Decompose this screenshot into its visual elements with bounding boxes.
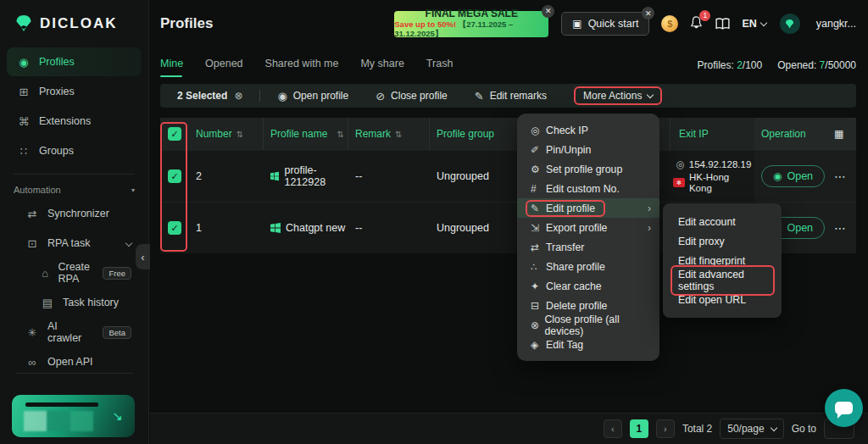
- open-profile-button[interactable]: ◉ Open profile: [277, 90, 348, 103]
- submenu-item-edit-account[interactable]: Edit account: [663, 212, 782, 231]
- sort-icon[interactable]: ⇅: [236, 130, 243, 139]
- chat-fab-button[interactable]: [825, 389, 863, 427]
- save-icon: ▣: [572, 18, 581, 30]
- header-profile-name[interactable]: Profile name⇅: [264, 118, 348, 150]
- sidebar-item-groups[interactable]: ∷ Groups: [7, 136, 142, 165]
- pagination-bar: ‹ 1 › Total 2 50/page Go to: [150, 413, 868, 444]
- sidebar-section-automation[interactable]: Automation ▾: [0, 180, 148, 198]
- quick-start-close-icon[interactable]: ✕: [642, 7, 654, 19]
- free-badge: Free: [103, 267, 131, 280]
- row-checkbox[interactable]: ✓: [168, 221, 181, 235]
- submenu-item-edit-advanced-settings[interactable]: Edit advanced settings: [663, 270, 782, 290]
- sidebar-item-label: Open API: [47, 356, 93, 368]
- sidebar-item-label: Extensions: [39, 115, 91, 127]
- header-remark[interactable]: Remark⇅: [348, 118, 430, 150]
- menu-item-pin-unpin[interactable]: ✐ Pin/Unpin: [517, 140, 659, 159]
- table-row[interactable]: ✓ 2 profile-1212928 -- Ungrouped ◎154.92…: [160, 150, 856, 202]
- sidebar-item-proxies[interactable]: ⊞ Proxies: [7, 77, 142, 106]
- avatar[interactable]: [780, 14, 800, 34]
- promo-redacted-blocks: [24, 411, 93, 431]
- menu-item-export-profile[interactable]: ⇲ Export profile ›: [517, 218, 659, 237]
- chevron-down-icon: [125, 240, 132, 247]
- tab-my-share[interactable]: My share: [360, 58, 403, 77]
- menu-item-transfer[interactable]: ⇄ Transfer: [517, 237, 659, 257]
- column-settings-icon[interactable]: ▦: [827, 118, 856, 150]
- header-exit-ip[interactable]: Exit IP: [670, 118, 754, 150]
- sort-icon[interactable]: ⇅: [337, 130, 343, 139]
- tag-icon: ◈: [531, 339, 546, 351]
- more-actions-button[interactable]: More Actions: [574, 86, 662, 105]
- menu-item-close-profile-all-devices[interactable]: ⊗ Close profile (all devices): [517, 315, 659, 335]
- cell-number: 1: [189, 203, 264, 253]
- tab-trash[interactable]: Trash: [426, 58, 453, 77]
- language-selector[interactable]: EN: [742, 18, 765, 30]
- transfer-icon: ⇄: [531, 241, 546, 253]
- tab-mine[interactable]: Mine: [160, 58, 183, 77]
- menu-item-edit-custom-no[interactable]: # Edit custom No.: [517, 179, 659, 198]
- document-icon: ▤: [41, 297, 54, 309]
- sync-icon: ⇄: [25, 208, 39, 220]
- avatar-mask-icon: [784, 19, 795, 30]
- header-operation: Operation: [754, 118, 827, 150]
- arrow-icon: ↘: [112, 408, 123, 424]
- row-more-icon[interactable]: ⋯: [834, 169, 847, 183]
- row-more-icon[interactable]: ⋯: [834, 221, 847, 235]
- username[interactable]: yangkr...: [816, 18, 856, 30]
- cell-remark: --: [348, 203, 430, 253]
- submenu-item-edit-proxy[interactable]: Edit proxy: [663, 231, 782, 251]
- menu-item-clear-cache[interactable]: ✦ Clear cache: [517, 276, 659, 296]
- sidebar-item-task-history[interactable]: ▤ Task history: [7, 288, 142, 317]
- sidebar-item-create-rpa[interactable]: ⌂ Create RPA Free: [7, 258, 142, 287]
- row-checkbox[interactable]: ✓: [168, 169, 181, 183]
- menu-item-check-ip[interactable]: ◎ Check IP: [517, 120, 659, 140]
- sidebar-item-extensions[interactable]: ⌘ Extensions: [7, 107, 142, 136]
- menu-item-set-profile-group[interactable]: ⚙ Set profile group: [517, 159, 659, 179]
- edit-remarks-button[interactable]: ✎ Edit remarks: [475, 90, 547, 103]
- next-page-button[interactable]: ›: [656, 419, 675, 438]
- sidebar-item-label: Proxies: [39, 86, 75, 97]
- sidebar-bottom-divider: [15, 373, 133, 374]
- sale-banner[interactable]: FINAL MEGA SALE Save up to 50%! 【27.11.2…: [394, 11, 548, 37]
- tab-opened[interactable]: Opened: [205, 58, 242, 77]
- chevron-down-icon: [760, 19, 767, 25]
- profiles-quota: Profiles: 2/100: [697, 59, 762, 71]
- banner-title: FINAL MEGA SALE: [426, 8, 518, 20]
- sidebar-collapse-handle[interactable]: ‹: [136, 244, 150, 269]
- tab-shared-with-me[interactable]: Shared with me: [265, 58, 339, 77]
- deselect-icon[interactable]: ⊗: [234, 90, 242, 102]
- select-all-checkbox[interactable]: ✓: [168, 127, 181, 141]
- sidebar-item-rpa-task[interactable]: ⊡ RPA task: [7, 229, 142, 258]
- windows-icon: [270, 223, 281, 233]
- automation-label: Automation: [14, 185, 61, 195]
- current-page-button[interactable]: 1: [630, 419, 648, 438]
- sidebar-item-profiles[interactable]: ◉ Profiles: [7, 47, 142, 76]
- menu-item-share-profile[interactable]: ∴ Share profile: [517, 257, 659, 276]
- sidebar-item-open-api[interactable]: ∞ Open API: [7, 347, 142, 376]
- collapse-chevron-icon: ‹: [141, 251, 144, 264]
- sidebar-promo-card[interactable]: ↘: [12, 395, 135, 437]
- row-more-cell: ⋯: [827, 151, 856, 202]
- menu-item-edit-profile[interactable]: ✎ Edit profile ›: [517, 198, 659, 218]
- pin-icon: ✐: [531, 144, 546, 156]
- menu-item-edit-tag[interactable]: ◈ Edit Tag: [517, 335, 659, 354]
- brand-wordmark: DICLOAK: [40, 15, 117, 32]
- sidebar-divider: [14, 174, 135, 175]
- open-button[interactable]: ◉ Open: [761, 165, 825, 187]
- sidebar-item-synchronizer[interactable]: ⇄ Synchronizer: [7, 199, 142, 228]
- docs-book-icon[interactable]: [715, 17, 731, 31]
- notifications-button[interactable]: 1: [689, 15, 704, 33]
- check-ip-icon: ◎: [531, 125, 546, 136]
- quick-start-button[interactable]: ▣ Quick start ✕: [561, 12, 649, 36]
- coin-icon[interactable]: $: [661, 15, 678, 32]
- table-header-row: ✓ Number⇅ Profile name⇅ Remark⇅ Profile …: [160, 118, 856, 150]
- header-number[interactable]: Number⇅: [189, 118, 264, 150]
- sort-icon[interactable]: ⇅: [395, 130, 402, 139]
- sidebar-item-ai-crawler[interactable]: ✳ AI crawler Beta: [7, 318, 142, 347]
- banner-close-icon[interactable]: ✕: [542, 5, 554, 18]
- close-profile-button[interactable]: ⊘ Close profile: [376, 90, 448, 103]
- export-icon: ⇲: [531, 222, 546, 234]
- page-size-select[interactable]: 50/page: [720, 419, 783, 439]
- chrome-icon: ◉: [277, 90, 287, 103]
- prev-page-button[interactable]: ‹: [604, 419, 622, 438]
- sidebar-item-label: Task history: [63, 297, 119, 308]
